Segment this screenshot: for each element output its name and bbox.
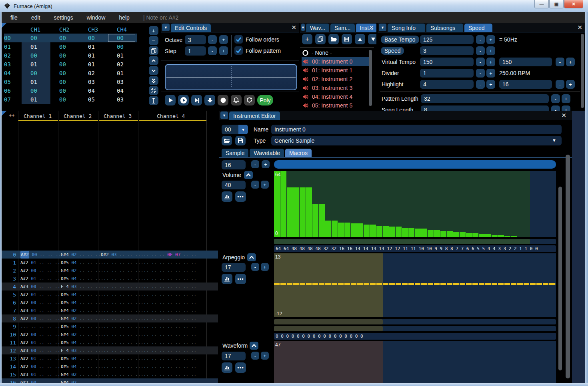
song-length-plus-button[interactable]: + bbox=[562, 105, 570, 111]
step-input[interactable]: 1 bbox=[185, 46, 206, 56]
highlight-1-input[interactable]: 4 bbox=[420, 80, 474, 89]
tab-macros[interactable]: Macros bbox=[285, 149, 312, 157]
order-cell[interactable]: 02 bbox=[79, 70, 108, 76]
pattern-row[interactable]: 8A#2 00 .. .. ..G#4 02 .. .. ..... .. ..… bbox=[2, 314, 218, 322]
pattern-cell[interactable]: ... .. .. .. .. bbox=[101, 292, 140, 297]
order-cell[interactable]: 00 bbox=[22, 86, 50, 95]
instrument-none-item[interactable]: - None - bbox=[302, 48, 369, 57]
tab-sample[interactable]: Sample bbox=[222, 149, 248, 157]
pattern-cell[interactable]: ... .. .. .. .. bbox=[101, 268, 140, 273]
pattern-cell[interactable]: ... .. .. .. .. bbox=[101, 348, 140, 353]
volume-collapse-icon[interactable] bbox=[244, 171, 253, 179]
order-cell[interactable]: 00 bbox=[108, 34, 135, 42]
pattern-row[interactable]: 2A#2 00 .. .. ..G#4 02 .. .. ..... .. ..… bbox=[2, 267, 218, 275]
pattern-cell[interactable]: ... .. .. .. .. .. .. bbox=[141, 324, 196, 329]
order-cell[interactable]: 04 bbox=[79, 88, 108, 94]
order-duplicate-button[interactable] bbox=[149, 46, 158, 55]
tab-edit-controls[interactable]: Edit Controls bbox=[171, 24, 211, 32]
order-cell[interactable]: 00 bbox=[50, 88, 79, 94]
step-minus-button[interactable]: - bbox=[208, 46, 217, 55]
pattern-cell[interactable]: A#2 01 .. .. .. bbox=[20, 356, 60, 361]
pattern-cell[interactable]: ... .. .. .. .. bbox=[101, 364, 140, 369]
song-info-scrollbar[interactable] bbox=[581, 34, 584, 108]
pattern-cell[interactable]: ... .. .. .. .. .. .. bbox=[141, 340, 196, 345]
pattern-cell[interactable]: ... .. .. .. .. bbox=[101, 300, 140, 305]
volume-options-icon[interactable]: ••• bbox=[235, 191, 246, 202]
pattern-cell[interactable]: G#4 02 .. .. .. bbox=[61, 308, 100, 313]
highlight-1-plus-button[interactable]: + bbox=[486, 80, 495, 89]
volume-loop-strip[interactable] bbox=[274, 239, 556, 244]
pattern-cell[interactable]: G#4 02 .. .. .. bbox=[61, 372, 100, 377]
virtual-tempo-num-input[interactable]: 150 bbox=[420, 58, 474, 66]
pattern-row[interactable]: 11A#2 01 .. .. ..D#5 04 .. .. ..... .. .… bbox=[2, 338, 218, 346]
collapse-icon[interactable]: ▼ bbox=[162, 24, 170, 31]
waveform-chart-mode-icon[interactable] bbox=[222, 362, 232, 373]
speed-plus-button[interactable]: + bbox=[486, 46, 495, 55]
order-cell[interactable]: 02 bbox=[108, 61, 137, 68]
arpeggio-loop-strip[interactable] bbox=[274, 319, 556, 324]
pattern-cell[interactable]: ... .. .. .. .. .. .. bbox=[141, 284, 196, 289]
waveform-len-minus-button[interactable]: - bbox=[251, 352, 259, 360]
pattern-cell[interactable]: ... .. .. .. .. .. .. bbox=[141, 316, 196, 321]
instrument-list-item[interactable]: 05: Instrument 5 bbox=[302, 101, 369, 110]
pattern-row[interactable]: 4A#3 00 .. .. ..F-4 03 .. .. ..... .. ..… bbox=[2, 283, 218, 290]
instrument-open-icon[interactable] bbox=[222, 136, 232, 145]
arpeggio-collapse-icon[interactable] bbox=[247, 253, 256, 261]
macros-scrollbar[interactable] bbox=[558, 187, 562, 370]
order-cell[interactable]: 05 bbox=[79, 96, 108, 103]
arpeggio-macro-chart[interactable]: 13 -12 bbox=[274, 253, 556, 317]
instrument-list-item[interactable]: 00: Instrument 0 bbox=[302, 57, 369, 66]
octave-plus-button[interactable]: + bbox=[219, 35, 228, 44]
order-edit-mode-button[interactable] bbox=[149, 96, 158, 105]
tab-instrument-editor[interactable]: Instrument Editor bbox=[229, 111, 280, 120]
pattern-cell[interactable]: A#2 00 .. .. .. bbox=[20, 332, 60, 337]
instruments-scrollbar[interactable] bbox=[369, 50, 372, 106]
pattern-length-plus-button[interactable]: + bbox=[562, 94, 570, 103]
instrument-up-button[interactable] bbox=[355, 34, 365, 44]
order-cell[interactable]: 01 bbox=[22, 42, 50, 51]
speed-input[interactable]: 3 bbox=[420, 46, 474, 55]
channel-1-header[interactable]: Channel 1 bbox=[24, 113, 52, 119]
order-up-button[interactable] bbox=[149, 56, 158, 65]
pattern-cell[interactable]: ... .. .. .. .. .. .. bbox=[141, 356, 196, 361]
pattern-cell[interactable]: G#4 02 .. .. .. bbox=[61, 252, 100, 257]
tab-wavetable[interactable]: Wavetable bbox=[250, 149, 284, 157]
volume-macro-bars[interactable] bbox=[274, 171, 530, 237]
pattern-cell[interactable]: A#2 01 .. .. .. bbox=[20, 260, 60, 265]
pattern-cell[interactable]: D#5 04 .. .. .. bbox=[61, 260, 100, 265]
pattern-cell[interactable]: ... .. .. .. .. .. .. bbox=[141, 292, 196, 297]
close-icon[interactable]: ✕ bbox=[561, 112, 566, 119]
pattern-cell[interactable]: ... .. .. .. .. bbox=[101, 380, 140, 383]
octave-input[interactable]: 3 bbox=[185, 35, 206, 44]
song-length-minus-button[interactable]: - bbox=[551, 105, 560, 111]
instrument-duplicate-button[interactable] bbox=[315, 34, 326, 44]
order-cell[interactable]: 04 bbox=[108, 88, 137, 94]
volume-macro-chart[interactable]: 64 0 bbox=[274, 171, 556, 237]
virtual-tempo-num-plus-button[interactable]: + bbox=[486, 58, 495, 66]
pattern-cell[interactable]: A#3 01 .. .. .. bbox=[20, 308, 60, 313]
record-icon[interactable] bbox=[218, 95, 228, 105]
pattern-cell[interactable]: ... .. .. .. .. bbox=[101, 340, 140, 345]
order-cell[interactable]: 01 bbox=[108, 70, 137, 76]
pattern-cell[interactable]: ... .. .. .. .. bbox=[101, 308, 140, 313]
minimize-button[interactable]: — bbox=[534, 0, 549, 8]
order-down-button[interactable] bbox=[149, 66, 158, 75]
waveform-options-icon[interactable]: ••• bbox=[235, 362, 246, 373]
pattern-cell[interactable]: D#5 04 .. .. .. bbox=[61, 300, 100, 305]
virtual-tempo-den-plus-button[interactable]: + bbox=[566, 58, 575, 66]
order-cell[interactable]: 00 bbox=[22, 35, 50, 41]
volume-length-input[interactable]: 40 bbox=[222, 181, 246, 189]
order-cell[interactable]: 00 bbox=[50, 52, 79, 59]
instrument-number-combo[interactable]: 00 bbox=[222, 125, 238, 134]
step-plus-button[interactable]: + bbox=[219, 46, 228, 55]
volume-len-minus-button[interactable]: - bbox=[251, 181, 259, 189]
collapse-icon[interactable]: ▼ bbox=[220, 111, 228, 119]
pattern-cell[interactable]: G#4 02 .. .. .. bbox=[61, 332, 100, 337]
volume-chart-mode-icon[interactable] bbox=[222, 191, 232, 202]
pattern-cell[interactable]: G#2 00 .. .. .. bbox=[20, 380, 60, 383]
order-remove-button[interactable]: − bbox=[149, 36, 158, 45]
close-icon[interactable]: ✕ bbox=[577, 24, 582, 31]
order-cell[interactable]: 00 bbox=[50, 61, 79, 68]
pattern-cell[interactable]: A#3 00 .. .. .. bbox=[20, 348, 60, 353]
pattern-cell[interactable]: ... .. .. .. .. .. .. bbox=[141, 348, 196, 353]
